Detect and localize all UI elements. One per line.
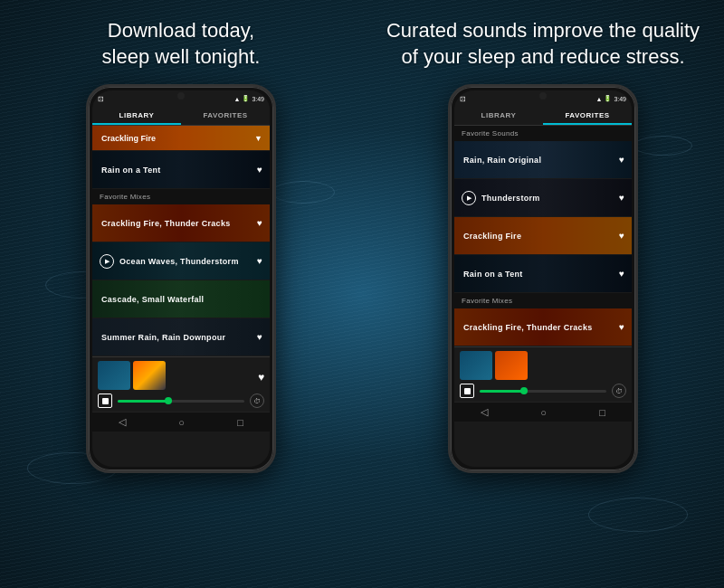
right-phone: ⊡ ▲ 🔋 3:49 LIBRARY FAVORITES Favorite So…: [448, 84, 638, 473]
right-favorite-mixes-label: Favorite Mixes: [454, 293, 632, 308]
right-headline-line2: of your sleep and reduce stress.: [401, 45, 684, 68]
right-mix-heart[interactable]: ♥: [619, 322, 624, 332]
right-fire-thunder-mix[interactable]: Crackling Fire, Thunder Cracks ♥: [454, 308, 632, 346]
left-panel: Download today, sleep well tonight. ⊡ ▲ …: [0, 0, 362, 588]
layout: Download today, sleep well tonight. ⊡ ▲ …: [0, 0, 724, 588]
right-fire-label: Crackling Fire: [454, 232, 619, 241]
right-phone-screen: ⊡ ▲ 🔋 3:49 LIBRARY FAVORITES Favorite So…: [454, 90, 632, 467]
right-crackling-fire[interactable]: Crackling Fire ♥: [454, 217, 632, 255]
left-headline-line1: Download today,: [108, 19, 254, 42]
right-screenshot-icon: ⊡: [460, 95, 466, 103]
left-tab-bar: LIBRARY FAVORITES: [92, 107, 270, 126]
right-player: ⏱: [454, 346, 632, 402]
left-ocean-play[interactable]: ▶: [100, 254, 114, 269]
right-content: Favorite Sounds Rain, Rain Original ♥ ▶ …: [454, 126, 632, 346]
left-favorite-mixes-label: Favorite Mixes: [92, 189, 270, 204]
left-cascade-label: Cascade, Small Waterfall: [92, 295, 270, 304]
left-summer-heart[interactable]: ♥: [257, 332, 262, 342]
left-time: 3:49: [252, 96, 264, 102]
right-progress-fill: [480, 390, 524, 393]
left-ocean-waves[interactable]: ▶ Ocean Waves, Thunderstorm ♥: [92, 242, 270, 280]
right-stop-button[interactable]: [460, 384, 474, 398]
left-chevron-icon: ▼: [254, 134, 262, 143]
left-summer-label: Summer Rain, Rain Downpour: [92, 333, 257, 342]
right-recents-icon[interactable]: □: [599, 407, 605, 418]
left-home-icon[interactable]: ○: [178, 417, 185, 428]
left-stop-icon: [102, 398, 109, 404]
right-rain-original-heart[interactable]: ♥: [619, 155, 624, 165]
left-progress-bar[interactable]: [118, 400, 244, 403]
right-thunderstorm[interactable]: ▶ Thunderstorm ♥: [454, 179, 632, 217]
left-tab-library[interactable]: LIBRARY: [92, 107, 181, 125]
left-player-controls: ⏱: [98, 394, 264, 408]
right-time: 3:49: [614, 96, 626, 102]
right-tab-library[interactable]: LIBRARY: [454, 107, 543, 125]
right-player-thumbs: [460, 351, 530, 380]
left-stop-button[interactable]: [98, 394, 112, 408]
right-player-row: [460, 351, 626, 384]
right-rain-on-tent[interactable]: Rain on a Tent ♥: [454, 255, 632, 293]
left-player: ♥ ⏱: [92, 356, 270, 412]
left-status-left: ⊡: [98, 95, 104, 103]
left-thumb-sunset: [133, 361, 166, 390]
left-signal-icon: ▲: [233, 96, 240, 102]
left-ocean-label: Ocean Waves, Thunderstorm: [114, 257, 257, 266]
right-rain-original-label: Rain, Rain Original: [454, 156, 619, 165]
right-headline: Curated sounds improve the quality of yo…: [386, 18, 700, 70]
right-battery-icon: 🔋: [604, 95, 612, 102]
left-player-heart[interactable]: ♥: [258, 371, 264, 384]
right-rain-heart[interactable]: ♥: [619, 269, 624, 279]
right-rain-original[interactable]: Rain, Rain Original ♥: [454, 141, 632, 179]
left-player-thumbs: [98, 361, 168, 390]
right-signal-icon: ▲: [595, 96, 602, 102]
right-thunderstorm-heart[interactable]: ♥: [619, 193, 624, 203]
left-screenshot-icon: ⊡: [98, 95, 104, 103]
left-fire-thunder-heart[interactable]: ♥: [257, 218, 262, 228]
left-recents-icon[interactable]: □: [237, 417, 243, 428]
left-crackling-fire-partial[interactable]: Crackling Fire ▼: [92, 126, 270, 151]
left-headline: Download today, sleep well tonight.: [102, 18, 261, 70]
left-summer-rain[interactable]: Summer Rain, Rain Downpour ♥: [92, 318, 270, 356]
left-fire-thunder-label: Crackling Fire, Thunder Cracks: [92, 219, 257, 228]
left-headline-line2: sleep well tonight.: [102, 45, 261, 68]
right-mix-label: Crackling Fire, Thunder Cracks: [454, 323, 619, 332]
left-status-bar: ⊡ ▲ 🔋 3:49: [92, 90, 270, 107]
left-status-right: ▲ 🔋 3:49: [233, 95, 264, 102]
left-progress-fill: [118, 400, 168, 403]
right-home-icon[interactable]: ○: [540, 407, 547, 418]
right-player-controls: ⏱: [460, 384, 626, 398]
right-status-bar: ⊡ ▲ 🔋 3:49: [454, 90, 632, 107]
left-nav-bar: ◁ ○ □: [92, 412, 270, 432]
left-content: Crackling Fire ▼ Rain on a Tent ♥ Favori…: [92, 126, 270, 356]
left-battery-icon: 🔋: [242, 95, 250, 102]
left-timer-button[interactable]: ⏱: [250, 394, 264, 408]
left-rain-on-tent[interactable]: Rain on a Tent ♥: [92, 151, 270, 189]
right-thumb-fire: [495, 351, 528, 380]
left-back-icon[interactable]: ◁: [119, 416, 126, 428]
left-rain-label: Rain on a Tent: [92, 166, 257, 175]
left-crackling-fire-label: Crackling Fire: [92, 134, 254, 143]
right-fire-heart[interactable]: ♥: [619, 231, 624, 241]
left-ocean-heart[interactable]: ♥: [257, 256, 262, 266]
left-cascade[interactable]: Cascade, Small Waterfall: [92, 280, 270, 318]
left-fire-thunder-mix[interactable]: Crackling Fire, Thunder Cracks ♥: [92, 204, 270, 242]
right-thumb-ocean: [460, 351, 492, 380]
left-rain-heart[interactable]: ♥: [257, 165, 262, 175]
right-thunderstorm-label: Thunderstorm: [476, 194, 619, 203]
right-timer-button[interactable]: ⏱: [612, 384, 626, 398]
right-stop-icon: [464, 388, 471, 394]
right-status-left: ⊡: [460, 95, 466, 103]
right-progress-dot: [520, 387, 528, 394]
left-progress-dot: [165, 397, 172, 404]
left-phone: ⊡ ▲ 🔋 3:49 LIBRARY FAVORITES: [86, 84, 276, 473]
left-tab-favorites[interactable]: FAVORITES: [181, 107, 270, 125]
right-rain-label: Rain on a Tent: [454, 270, 619, 279]
right-thunder-play[interactable]: ▶: [462, 191, 476, 205]
right-panel: Curated sounds improve the quality of yo…: [362, 0, 724, 588]
left-phone-screen: ⊡ ▲ 🔋 3:49 LIBRARY FAVORITES: [92, 90, 270, 467]
right-back-icon[interactable]: ◁: [481, 406, 488, 418]
right-progress-bar[interactable]: [480, 390, 606, 393]
left-player-row: ♥: [98, 361, 264, 394]
left-thumb-ocean: [98, 361, 130, 390]
right-tab-favorites[interactable]: FAVORITES: [543, 107, 632, 125]
